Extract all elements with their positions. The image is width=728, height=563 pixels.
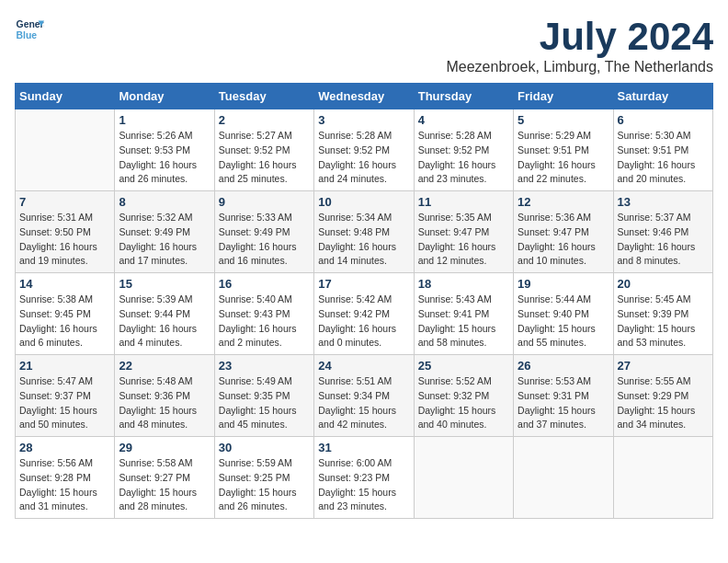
calendar-body: 1Sunrise: 5:26 AM Sunset: 9:53 PM Daylig…: [16, 109, 713, 519]
day-number: 26: [518, 359, 609, 373]
page-header: General Blue July 2024 Meezenbroek, Limb…: [15, 15, 713, 75]
calendar-week-row: 1Sunrise: 5:26 AM Sunset: 9:53 PM Daylig…: [16, 109, 713, 191]
day-info: Sunrise: 5:34 AM Sunset: 9:48 PM Dayligh…: [318, 211, 409, 269]
day-number: 27: [618, 359, 709, 373]
calendar-cell: 7Sunrise: 5:31 AM Sunset: 9:50 PM Daylig…: [16, 191, 115, 273]
calendar-cell: 24Sunrise: 5:51 AM Sunset: 9:34 PM Dayli…: [314, 355, 414, 437]
calendar-cell: 29Sunrise: 5:58 AM Sunset: 9:27 PM Dayli…: [115, 437, 214, 519]
calendar-cell: 20Sunrise: 5:45 AM Sunset: 9:39 PM Dayli…: [613, 273, 712, 355]
weekday-header: Thursday: [414, 84, 513, 109]
calendar-cell: [414, 437, 513, 519]
calendar-cell: 18Sunrise: 5:43 AM Sunset: 9:41 PM Dayli…: [414, 273, 513, 355]
calendar-cell: 4Sunrise: 5:28 AM Sunset: 9:52 PM Daylig…: [414, 109, 513, 191]
day-number: 4: [418, 113, 509, 127]
day-number: 10: [318, 195, 409, 209]
day-info: Sunrise: 5:47 AM Sunset: 9:37 PM Dayligh…: [19, 374, 110, 432]
calendar-cell: 13Sunrise: 5:37 AM Sunset: 9:46 PM Dayli…: [613, 191, 712, 273]
day-number: 5: [518, 113, 609, 127]
day-info: Sunrise: 5:29 AM Sunset: 9:51 PM Dayligh…: [518, 129, 609, 187]
calendar-cell: 6Sunrise: 5:30 AM Sunset: 9:51 PM Daylig…: [613, 109, 712, 191]
day-number: 20: [618, 277, 709, 291]
day-number: 23: [219, 359, 310, 373]
day-number: 7: [19, 195, 110, 209]
day-info: Sunrise: 5:40 AM Sunset: 9:43 PM Dayligh…: [219, 293, 310, 350]
day-number: 31: [318, 441, 409, 454]
day-number: 15: [119, 277, 210, 291]
day-number: 19: [518, 277, 609, 291]
day-number: 11: [418, 195, 509, 209]
day-number: 1: [119, 113, 210, 127]
day-info: Sunrise: 5:39 AM Sunset: 9:44 PM Dayligh…: [119, 293, 210, 350]
day-info: Sunrise: 5:32 AM Sunset: 9:49 PM Dayligh…: [119, 211, 210, 269]
day-number: 12: [518, 195, 609, 209]
calendar-cell: 5Sunrise: 5:29 AM Sunset: 9:51 PM Daylig…: [514, 109, 613, 191]
day-info: Sunrise: 5:26 AM Sunset: 9:53 PM Dayligh…: [119, 129, 210, 187]
day-number: 3: [318, 113, 409, 127]
weekday-header: Tuesday: [214, 84, 313, 109]
calendar-cell: [16, 109, 115, 191]
day-info: Sunrise: 5:55 AM Sunset: 9:29 PM Dayligh…: [618, 374, 709, 432]
day-info: Sunrise: 5:45 AM Sunset: 9:39 PM Dayligh…: [618, 293, 709, 350]
day-number: 18: [418, 277, 509, 291]
day-info: Sunrise: 5:37 AM Sunset: 9:46 PM Dayligh…: [618, 211, 709, 269]
day-number: 8: [119, 195, 210, 209]
svg-text:Blue: Blue: [17, 30, 38, 40]
day-number: 6: [618, 113, 709, 127]
day-info: Sunrise: 5:53 AM Sunset: 9:31 PM Dayligh…: [518, 374, 609, 432]
day-number: 9: [219, 195, 310, 209]
day-info: Sunrise: 5:59 AM Sunset: 9:25 PM Dayligh…: [219, 456, 310, 514]
day-number: 17: [318, 277, 409, 291]
calendar-week-row: 14Sunrise: 5:38 AM Sunset: 9:45 PM Dayli…: [16, 273, 713, 355]
calendar-cell: 30Sunrise: 5:59 AM Sunset: 9:25 PM Dayli…: [214, 437, 313, 519]
weekday-header: Wednesday: [314, 84, 414, 109]
day-number: 14: [19, 277, 110, 291]
day-info: Sunrise: 5:38 AM Sunset: 9:45 PM Dayligh…: [19, 293, 110, 350]
day-info: Sunrise: 5:36 AM Sunset: 9:47 PM Dayligh…: [518, 211, 609, 269]
weekday-header: Friday: [514, 84, 613, 109]
calendar-cell: 19Sunrise: 5:44 AM Sunset: 9:40 PM Dayli…: [514, 273, 613, 355]
day-number: 2: [219, 113, 310, 127]
calendar-cell: 28Sunrise: 5:56 AM Sunset: 9:28 PM Dayli…: [16, 437, 115, 519]
calendar-header: SundayMondayTuesdayWednesdayThursdayFrid…: [16, 84, 713, 109]
calendar-cell: 27Sunrise: 5:55 AM Sunset: 9:29 PM Dayli…: [613, 355, 712, 437]
calendar-cell: [613, 437, 712, 519]
day-info: Sunrise: 5:51 AM Sunset: 9:34 PM Dayligh…: [318, 374, 409, 432]
day-info: Sunrise: 5:42 AM Sunset: 9:42 PM Dayligh…: [318, 293, 409, 350]
day-number: 29: [119, 441, 210, 454]
calendar-cell: 26Sunrise: 5:53 AM Sunset: 9:31 PM Dayli…: [514, 355, 613, 437]
month-title: July 2024: [446, 15, 713, 59]
calendar-cell: 31Sunrise: 6:00 AM Sunset: 9:23 PM Dayli…: [314, 437, 414, 519]
day-number: 30: [219, 441, 310, 454]
calendar-cell: 14Sunrise: 5:38 AM Sunset: 9:45 PM Dayli…: [16, 273, 115, 355]
day-info: Sunrise: 6:00 AM Sunset: 9:23 PM Dayligh…: [318, 456, 409, 514]
calendar-cell: 8Sunrise: 5:32 AM Sunset: 9:49 PM Daylig…: [115, 191, 214, 273]
calendar-cell: 25Sunrise: 5:52 AM Sunset: 9:32 PM Dayli…: [414, 355, 513, 437]
day-info: Sunrise: 5:44 AM Sunset: 9:40 PM Dayligh…: [518, 293, 609, 350]
day-number: 21: [19, 359, 110, 373]
day-info: Sunrise: 5:28 AM Sunset: 9:52 PM Dayligh…: [418, 129, 509, 187]
calendar-week-row: 28Sunrise: 5:56 AM Sunset: 9:28 PM Dayli…: [16, 437, 713, 519]
calendar-cell: 9Sunrise: 5:33 AM Sunset: 9:49 PM Daylig…: [214, 191, 313, 273]
day-info: Sunrise: 5:35 AM Sunset: 9:47 PM Dayligh…: [418, 211, 509, 269]
calendar-cell: 21Sunrise: 5:47 AM Sunset: 9:37 PM Dayli…: [16, 355, 115, 437]
day-info: Sunrise: 5:58 AM Sunset: 9:27 PM Dayligh…: [119, 456, 210, 514]
calendar-cell: 1Sunrise: 5:26 AM Sunset: 9:53 PM Daylig…: [115, 109, 214, 191]
calendar-cell: 10Sunrise: 5:34 AM Sunset: 9:48 PM Dayli…: [314, 191, 414, 273]
day-number: 13: [618, 195, 709, 209]
calendar-cell: 15Sunrise: 5:39 AM Sunset: 9:44 PM Dayli…: [115, 273, 214, 355]
day-number: 22: [119, 359, 210, 373]
calendar-cell: 16Sunrise: 5:40 AM Sunset: 9:43 PM Dayli…: [214, 273, 313, 355]
calendar-cell: 23Sunrise: 5:49 AM Sunset: 9:35 PM Dayli…: [214, 355, 313, 437]
day-info: Sunrise: 5:43 AM Sunset: 9:41 PM Dayligh…: [418, 293, 509, 350]
calendar-cell: 12Sunrise: 5:36 AM Sunset: 9:47 PM Dayli…: [514, 191, 613, 273]
weekday-header: Saturday: [613, 84, 712, 109]
weekday-header: Sunday: [16, 84, 115, 109]
day-info: Sunrise: 5:30 AM Sunset: 9:51 PM Dayligh…: [618, 129, 709, 187]
day-number: 16: [219, 277, 310, 291]
logo-icon: General Blue: [15, 15, 44, 44]
day-info: Sunrise: 5:28 AM Sunset: 9:52 PM Dayligh…: [318, 129, 409, 187]
day-info: Sunrise: 5:48 AM Sunset: 9:36 PM Dayligh…: [119, 374, 210, 432]
calendar-week-row: 7Sunrise: 5:31 AM Sunset: 9:50 PM Daylig…: [16, 191, 713, 273]
logo: General Blue: [15, 15, 44, 44]
location-title: Meezenbroek, Limburg, The Netherlands: [446, 59, 713, 75]
